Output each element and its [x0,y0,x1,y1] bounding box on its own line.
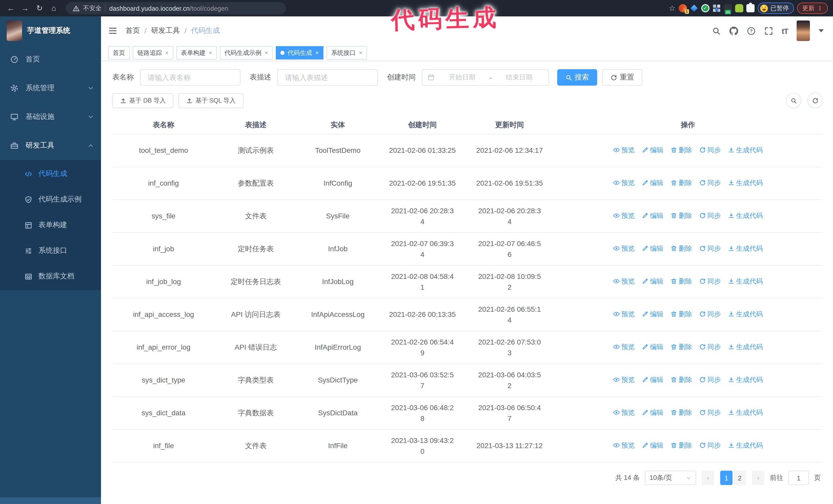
row-action-sync[interactable]: 同步 [699,177,721,188]
sidebar-menu-item[interactable]: 基础设施 [0,102,101,131]
row-action-sync[interactable]: 同步 [699,276,721,287]
breadcrumb-home[interactable]: 首页 [125,26,140,35]
sidebar-submenu-item[interactable]: 系统接口 [0,238,101,264]
row-action-edit[interactable]: 编辑 [642,309,663,319]
row-action-eye[interactable]: 预览 [613,210,635,221]
row-action-download[interactable]: 生成代码 [728,276,763,287]
row-action-download[interactable]: 生成代码 [728,309,763,319]
sidebar-submenu-item[interactable]: 数据库文档 [0,264,101,289]
tag-tab[interactable]: 代码生成 [276,46,324,59]
sidebar-menu-item[interactable]: 首页 [0,45,101,74]
row-action-eye[interactable]: 预览 [613,177,635,188]
sidebar-menu-item[interactable]: 研发工具 [0,131,101,160]
extension-android-icon[interactable] [735,4,743,12]
tag-tab[interactable]: 首页 [108,46,130,59]
page-number-button[interactable]: 1 [720,471,733,485]
row-action-edit[interactable]: 编辑 [642,276,663,287]
row-action-download[interactable]: 生成代码 [728,243,763,254]
row-action-eye[interactable]: 预览 [613,374,635,385]
row-action-download[interactable]: 生成代码 [728,407,763,418]
row-action-edit[interactable]: 编辑 [642,145,663,155]
address-bar[interactable]: 不安全 dashboard.yudao.iocoder.cn/tool/code… [66,2,286,14]
row-action-edit[interactable]: 编辑 [642,440,663,451]
prev-page-button[interactable]: ‹ [702,471,714,485]
search-icon[interactable] [712,26,721,35]
sidebar-submenu-item[interactable]: 代码生成示例 [0,187,101,212]
row-action-delete[interactable]: 删除 [670,407,692,418]
row-action-sync[interactable]: 同步 [699,374,721,385]
browser-forward-icon[interactable]: → [20,0,31,17]
sidebar-menu-item[interactable]: 系统管理 [0,74,101,102]
refresh-table-button[interactable] [807,93,823,108]
row-action-eye[interactable]: 预览 [613,309,635,319]
row-action-eye[interactable]: 预览 [613,341,635,352]
table-name-input[interactable] [147,73,234,82]
tag-tab[interactable]: 链路追踪 [133,46,173,59]
font-size-icon[interactable]: tT [782,26,788,35]
sidebar-submenu-item[interactable]: 表单构建 [0,212,101,238]
row-action-sync[interactable]: 同步 [699,407,721,418]
goto-page-input[interactable] [788,471,809,485]
row-action-delete[interactable]: 删除 [670,276,692,287]
row-action-edit[interactable]: 编辑 [642,243,663,254]
row-action-delete[interactable]: 删除 [670,440,692,451]
row-action-edit[interactable]: 编辑 [642,374,663,385]
row-action-sync[interactable]: 同步 [699,210,721,221]
next-page-button[interactable]: › [752,471,764,485]
extension-puzzle-icon[interactable] [746,4,755,12]
close-icon[interactable] [315,50,319,56]
row-action-sync[interactable]: 同步 [699,309,721,319]
row-action-eye[interactable]: 预览 [613,276,635,287]
tag-tab[interactable]: 表单构建 [176,46,217,59]
paused-badge[interactable]: 已暂停 [758,3,794,14]
search-button[interactable]: 搜索 [557,69,597,86]
close-icon[interactable] [264,50,268,56]
tag-tab[interactable]: 代码生成示例 [220,46,273,59]
github-icon[interactable] [730,26,738,35]
close-icon[interactable] [209,50,212,56]
toggle-search-button[interactable] [786,93,801,108]
table-desc-input[interactable] [284,73,371,82]
hamburger-icon[interactable] [108,27,117,35]
browser-back-icon[interactable]: ← [5,0,17,17]
row-action-edit[interactable]: 编辑 [642,177,663,188]
app-logo[interactable]: 芋道管理系统 [0,17,101,45]
row-action-sync[interactable]: 同步 [699,243,721,254]
update-button[interactable]: 更新 ⋮ [797,3,828,14]
browser-reload-icon[interactable]: ↻ [34,0,45,17]
caret-down-icon[interactable] [819,29,824,32]
close-icon[interactable] [359,50,362,56]
fullscreen-icon[interactable] [764,26,773,35]
row-action-eye[interactable]: 预览 [613,440,635,451]
row-action-edit[interactable]: 编辑 [642,210,663,221]
close-icon[interactable] [165,50,169,56]
breadcrumb-dev-tools[interactable]: 研发工具 [151,26,180,35]
import-db-button[interactable]: 基于 DB 导入 [112,93,173,108]
row-action-download[interactable]: 生成代码 [728,145,763,155]
row-action-delete[interactable]: 删除 [670,177,692,188]
row-action-delete[interactable]: 删除 [670,309,692,319]
date-range-picker[interactable]: 开始日期 - 结束日期 [422,69,549,86]
browser-home-icon[interactable]: ⌂ [48,0,60,17]
avatar[interactable] [796,21,810,41]
row-action-edit[interactable]: 编辑 [642,407,663,418]
row-action-download[interactable]: 生成代码 [728,374,763,385]
row-action-delete[interactable]: 删除 [670,145,692,155]
row-action-download[interactable]: 生成代码 [728,210,763,221]
help-icon[interactable] [747,26,756,35]
row-action-eye[interactable]: 预览 [613,243,635,254]
extension-check-icon[interactable]: ✓ [701,4,710,12]
page-number-button[interactable]: 2 [734,471,746,485]
row-action-download[interactable]: 生成代码 [728,440,763,451]
reset-button[interactable]: 重置 [602,69,642,86]
row-action-sync[interactable]: 同步 [699,341,721,352]
row-action-eye[interactable]: 预览 [613,145,635,155]
row-action-delete[interactable]: 删除 [670,243,692,254]
tag-tab[interactable]: 系统接口 [327,46,367,59]
extension-dark-icon[interactable]: on [724,4,732,12]
page-size-select[interactable]: 10条/页 [645,471,696,485]
row-action-delete[interactable]: 删除 [670,210,692,221]
row-action-sync[interactable]: 同步 [699,440,721,451]
bookmark-star-icon[interactable]: ☆ [669,0,675,17]
row-action-sync[interactable]: 同步 [699,145,721,155]
